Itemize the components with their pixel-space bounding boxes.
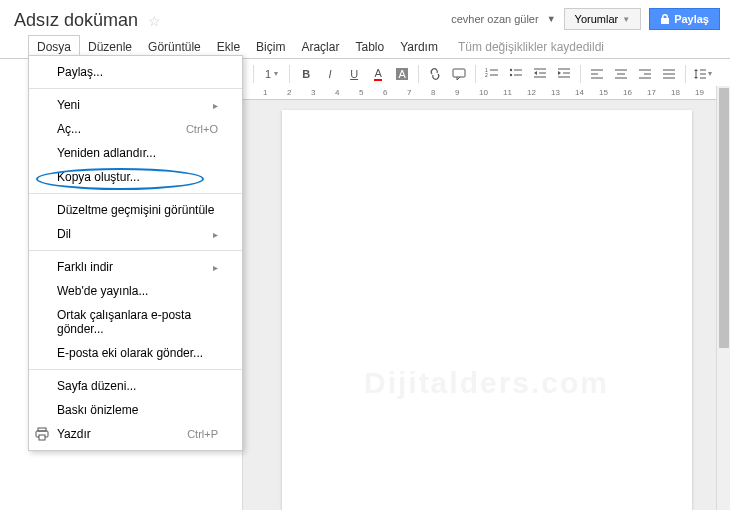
star-icon[interactable]: ☆: [148, 13, 161, 29]
print-icon: [35, 427, 49, 441]
align-center-button[interactable]: [610, 63, 632, 85]
chevron-down-icon: ▾: [274, 69, 278, 78]
ruler-tick: 7: [407, 88, 411, 97]
bold-button[interactable]: B: [295, 63, 317, 85]
zoom-dropdown[interactable]: 1 ▾: [259, 68, 284, 80]
ruler-tick: 16: [623, 88, 632, 97]
ruler-tick: 9: [455, 88, 459, 97]
menu-item-print[interactable]: YazdırCtrl+P: [29, 422, 242, 446]
divider: [29, 193, 242, 194]
menu-item-share[interactable]: Paylaş...: [29, 60, 242, 84]
comments-button[interactable]: Yorumlar ▼: [564, 8, 642, 30]
submenu-arrow-icon: ▸: [213, 100, 218, 111]
document-title[interactable]: Adsız doküman: [10, 8, 142, 33]
bullet-list-button[interactable]: [505, 63, 527, 85]
ruler-tick: 17: [647, 88, 656, 97]
ruler-tick: 14: [575, 88, 584, 97]
share-label: Paylaş: [674, 13, 709, 25]
file-dropdown-menu: Paylaş... Yeni▸ Aç...Ctrl+O Yeniden adla…: [28, 55, 243, 451]
user-name[interactable]: cevher ozan güler: [451, 13, 538, 25]
menu-item-open[interactable]: Aç...Ctrl+O: [29, 117, 242, 141]
align-right-button[interactable]: [634, 63, 656, 85]
submenu-arrow-icon: ▸: [213, 262, 218, 273]
align-justify-button[interactable]: [658, 63, 680, 85]
lock-icon: [660, 14, 670, 24]
menu-bicim[interactable]: Biçim: [248, 36, 293, 58]
underline-button[interactable]: U: [343, 63, 365, 85]
ruler-tick: 11: [503, 88, 512, 97]
scrollbar-thumb[interactable]: [719, 88, 729, 348]
header-right: cevher ozan güler ▼ Yorumlar ▼ Paylaş: [451, 8, 720, 30]
align-left-button[interactable]: [586, 63, 608, 85]
chevron-down-icon: ▾: [708, 69, 712, 78]
menu-item-page-setup[interactable]: Sayfa düzeni...: [29, 374, 242, 398]
menu-item-print-preview[interactable]: Baskı önizleme: [29, 398, 242, 422]
separator: [418, 65, 419, 83]
text-color-button[interactable]: A: [367, 63, 389, 85]
ruler-tick: 12: [527, 88, 536, 97]
menu-araclar[interactable]: Araçlar: [293, 36, 347, 58]
menu-yardim[interactable]: Yardım: [392, 36, 446, 58]
menu-item-make-copy[interactable]: Kopya oluştur...: [29, 165, 242, 189]
menu-item-download-as[interactable]: Farklı indir▸: [29, 255, 242, 279]
header: Adsız doküman ☆ cevher ozan güler ▼ Yoru…: [0, 0, 730, 33]
toolbar: 1 ▾ B I U A A 12 ▾: [242, 59, 730, 89]
ruler-tick: 19: [695, 88, 704, 97]
svg-point-7: [510, 73, 512, 75]
header-left: Adsız doküman ☆: [10, 8, 161, 33]
highlight-button[interactable]: A: [391, 63, 413, 85]
separator: [580, 65, 581, 83]
menu-item-new[interactable]: Yeni▸: [29, 93, 242, 117]
svg-text:2: 2: [485, 72, 488, 78]
vertical-scrollbar[interactable]: [716, 86, 730, 510]
menu-item-email-attachment[interactable]: E-posta eki olarak gönder...: [29, 341, 242, 365]
svg-rect-0: [453, 69, 465, 77]
menu-item-email-collaborators[interactable]: Ortak çalışanlara e-posta gönder...: [29, 303, 242, 341]
user-dropdown-icon[interactable]: ▼: [547, 14, 556, 24]
document-area: 12345678910111213141516171819 Dijitalder…: [242, 86, 730, 510]
svg-rect-33: [39, 435, 45, 440]
ruler-tick: 2: [287, 88, 291, 97]
divider: [29, 369, 242, 370]
italic-button[interactable]: I: [319, 63, 341, 85]
shortcut: Ctrl+O: [186, 123, 218, 135]
comments-label: Yorumlar: [575, 13, 619, 25]
shortcut: Ctrl+P: [187, 428, 218, 440]
comment-button[interactable]: [448, 63, 470, 85]
ruler-tick: 5: [359, 88, 363, 97]
separator: [253, 65, 254, 83]
page-canvas[interactable]: [282, 110, 692, 510]
ruler-tick: 13: [551, 88, 560, 97]
svg-point-5: [510, 68, 512, 70]
menu-item-revision-history[interactable]: Düzeltme geçmişini görüntüle: [29, 198, 242, 222]
menu-item-publish-web[interactable]: Web'de yayınla...: [29, 279, 242, 303]
save-status: Tüm değişiklikler kaydedildi: [458, 40, 604, 54]
outdent-button[interactable]: [529, 63, 551, 85]
share-button[interactable]: Paylaş: [649, 8, 720, 30]
ruler-tick: 8: [431, 88, 435, 97]
ruler-tick: 6: [383, 88, 387, 97]
submenu-arrow-icon: ▸: [213, 229, 218, 240]
menu-item-rename[interactable]: Yeniden adlandır...: [29, 141, 242, 165]
ruler-tick: 4: [335, 88, 339, 97]
chevron-down-icon: ▼: [622, 15, 630, 24]
divider: [29, 250, 242, 251]
link-button[interactable]: [424, 63, 446, 85]
ruler-tick: 18: [671, 88, 680, 97]
separator: [475, 65, 476, 83]
ruler[interactable]: 12345678910111213141516171819: [243, 86, 730, 100]
separator: [685, 65, 686, 83]
ruler-tick: 1: [263, 88, 267, 97]
ruler-tick: 10: [479, 88, 488, 97]
ruler-tick: 15: [599, 88, 608, 97]
menu-tablo[interactable]: Tablo: [347, 36, 392, 58]
ruler-tick: 3: [311, 88, 315, 97]
divider: [29, 88, 242, 89]
zoom-value: 1: [265, 68, 271, 80]
numbered-list-button[interactable]: 12: [481, 63, 503, 85]
line-spacing-button[interactable]: ▾: [691, 63, 713, 85]
menu-item-language[interactable]: Dil▸: [29, 222, 242, 246]
separator: [289, 65, 290, 83]
indent-button[interactable]: [553, 63, 575, 85]
